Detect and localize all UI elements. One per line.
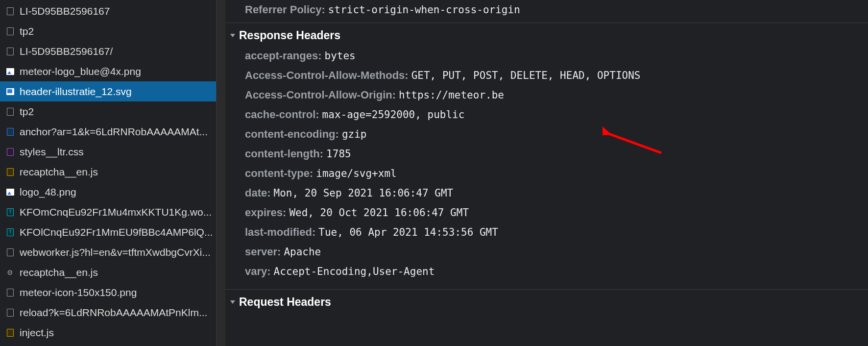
file-name-label: KFOmCnqEu92Fr1Mu4mxKKTU1Kg.wo...	[20, 206, 212, 218]
stylesheet-icon	[6, 148, 15, 156]
header-key: content-encoding:	[245, 128, 339, 141]
network-request-item[interactable]: inject.js	[0, 322, 216, 343]
header-row: date:Mon, 20 Sep 2021 16:06:47 GMT	[225, 183, 868, 203]
file-name-label: tp2	[20, 25, 34, 37]
header-value: image/svg+xml	[316, 168, 396, 179]
network-request-item[interactable]: header-illustratie_12.svg	[0, 81, 216, 101]
image-icon	[6, 87, 15, 96]
header-key: expires:	[245, 206, 286, 219]
file-name-label: meteor-icon-150x150.png	[20, 287, 137, 298]
header-row: vary:Accept-Encoding,User-Agent	[225, 262, 868, 281]
document-icon	[6, 47, 15, 56]
image-icon	[6, 67, 15, 76]
header-key: date:	[245, 187, 271, 199]
header-row: last-modified:Tue, 06 Apr 2021 14:53:56 …	[225, 222, 868, 242]
header-key: Access-Control-Allow-Methods:	[245, 69, 409, 82]
header-row: content-length:1785	[225, 144, 868, 164]
header-value: gzip	[342, 128, 367, 140]
header-value: strict-origin-when-cross-origin	[328, 4, 520, 16]
general-header-row: Referrer Policy: strict-origin-when-cros…	[225, 0, 868, 20]
network-request-item[interactable]: meteor-icon-150x150.png	[0, 282, 216, 302]
file-name-label: webworker.js?hl=en&v=tftmXwdbgCvrXi...	[20, 247, 211, 258]
header-value: Apache	[284, 246, 321, 258]
header-key: last-modified:	[245, 226, 315, 239]
header-value: 1785	[326, 148, 351, 160]
network-request-item[interactable]: styles__ltr.css	[0, 142, 216, 162]
header-value: Mon, 20 Sep 2021 16:06:47 GMT	[274, 187, 454, 199]
headers-panel: Referrer Policy: strict-origin-when-cros…	[225, 0, 868, 346]
header-row: Access-Control-Allow-Origin:https://mete…	[225, 85, 868, 105]
header-value: Wed, 20 Oct 2021 16:06:47 GMT	[289, 207, 469, 219]
header-value: https://meteor.be	[399, 89, 504, 101]
file-name-label: LI-5D95BB2596167	[20, 5, 110, 17]
network-request-list[interactable]: LI-5D95BB2596167tp2LI-5D95BB2596167/mete…	[0, 0, 217, 346]
caret-down-icon	[230, 300, 235, 304]
header-row: content-type:image/svg+xml	[225, 164, 868, 183]
header-key: content-type:	[245, 167, 313, 180]
file-name-label: meteor-logo_blue@4x.png	[20, 66, 141, 77]
header-key: content-length:	[245, 148, 323, 160]
script-icon	[6, 168, 15, 176]
request-headers-section[interactable]: Request Headers	[225, 290, 868, 313]
network-request-item[interactable]: LI-5D95BB2596167/	[0, 41, 216, 61]
sidebar-scrollbar[interactable]	[217, 0, 225, 346]
file-name-label: tp2	[20, 106, 34, 118]
script-icon	[6, 328, 15, 337]
network-request-item[interactable]: logo_48.png	[0, 182, 216, 202]
network-request-item[interactable]: reload?k=6LdRNRobAAAAAMAtPnKlm...	[0, 302, 216, 322]
header-key: vary:	[245, 265, 271, 278]
document-icon	[6, 308, 15, 317]
network-request-item[interactable]: TKFOmCnqEu92Fr1Mu4mxKKTU1Kg.wo...	[0, 202, 216, 222]
header-value: GET, PUT, POST, DELETE, HEAD, OPTIONS	[411, 70, 641, 81]
network-request-item[interactable]: TKFOlCnqEu92Fr1MmEU9fBBc4AMP6lQ...	[0, 222, 216, 242]
caret-down-icon	[230, 34, 235, 37]
file-name-label: logo_48.png	[20, 186, 76, 198]
header-value: Accept-Encoding,User-Agent	[274, 266, 435, 277]
file-name-label: anchor?ar=1&k=6LdRNRobAAAAAMAt...	[20, 126, 208, 138]
image-icon	[6, 188, 15, 197]
header-value: max-age=2592000, public	[322, 109, 465, 121]
file-name-label: recaptcha__en.js	[20, 166, 98, 178]
header-row: expires:Wed, 20 Oct 2021 16:06:47 GMT	[225, 203, 868, 222]
document-icon	[6, 248, 15, 257]
gear-icon: ⚙	[6, 268, 15, 277]
file-name-label: LI-5D95BB2596167/	[20, 46, 113, 57]
response-headers-section[interactable]: Response Headers	[225, 23, 868, 46]
network-request-item[interactable]: ⚙recaptcha__en.js	[0, 262, 216, 282]
network-request-item[interactable]: webworker.js?hl=en&v=tftmXwdbgCvrXi...	[0, 242, 216, 262]
header-row: content-encoding:gzip	[225, 124, 868, 144]
header-key: Referrer Policy:	[245, 3, 325, 16]
document-icon	[6, 288, 15, 297]
response-headers-list: accept-ranges:bytesAccess-Control-Allow-…	[225, 46, 868, 286]
network-request-item[interactable]: tp2	[0, 101, 216, 122]
file-name-label: recaptcha__en.js	[20, 267, 98, 278]
header-value: bytes	[325, 50, 356, 62]
font-icon: T	[6, 228, 15, 237]
document-icon	[6, 127, 15, 136]
document-icon	[6, 7, 15, 16]
file-name-label: reload?k=6LdRNRobAAAAAMAtPnKlm...	[20, 307, 207, 319]
network-request-item[interactable]: anchor?ar=1&k=6LdRNRobAAAAAMAt...	[0, 122, 216, 142]
network-request-item[interactable]: tp2	[0, 21, 216, 41]
header-key: server:	[245, 246, 281, 258]
network-request-item[interactable]: meteor-logo_blue@4x.png	[0, 61, 216, 81]
file-name-label: styles__ltr.css	[20, 146, 84, 158]
section-title-label: Request Headers	[239, 296, 331, 309]
file-name-label: inject.js	[20, 327, 54, 339]
header-row: accept-ranges:bytes	[225, 46, 868, 66]
header-key: Access-Control-Allow-Origin:	[245, 89, 396, 101]
header-row: server:Apache	[225, 242, 868, 262]
header-value: Tue, 06 Apr 2021 14:53:56 GMT	[318, 226, 498, 238]
document-icon	[6, 27, 15, 36]
section-title-label: Response Headers	[239, 29, 340, 42]
header-row: Access-Control-Allow-Methods:GET, PUT, P…	[225, 66, 868, 85]
header-key: cache-control:	[245, 108, 319, 121]
network-request-item[interactable]: LI-5D95BB2596167	[0, 1, 216, 21]
header-row: cache-control:max-age=2592000, public	[225, 105, 868, 124]
document-icon	[6, 107, 15, 116]
header-key: accept-ranges:	[245, 49, 322, 62]
file-name-label: header-illustratie_12.svg	[20, 86, 132, 98]
font-icon: T	[6, 208, 15, 217]
file-name-label: KFOlCnqEu92Fr1MmEU9fBBc4AMP6lQ...	[20, 226, 213, 238]
network-request-item[interactable]: recaptcha__en.js	[0, 162, 216, 182]
